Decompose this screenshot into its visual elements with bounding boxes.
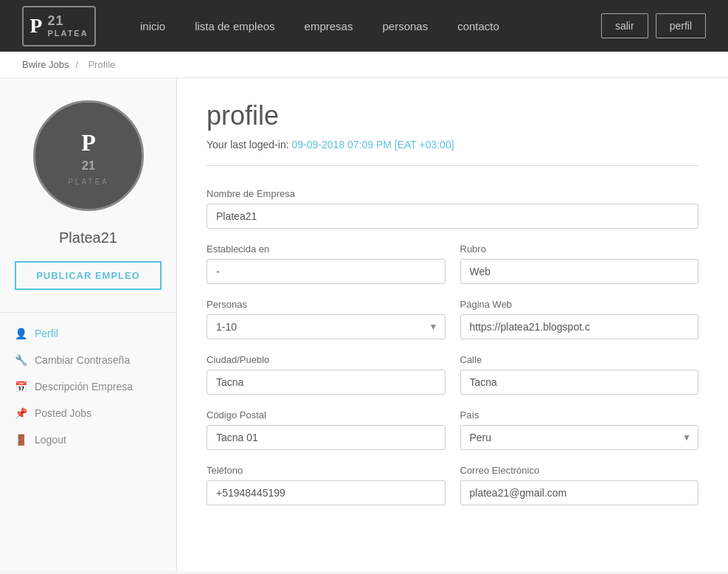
publish-job-button[interactable]: PUBLICAR EMPLEO (15, 261, 162, 290)
sidebar-divider (0, 312, 176, 313)
page-layout: P 21 PLATEA Platea21 PUBLICAR EMPLEO 👤 P… (0, 78, 728, 571)
pais-label: País (460, 409, 699, 421)
avatar-logo: P 21 PLATEA (44, 111, 133, 200)
pagina-label: Página Web (460, 299, 699, 310)
main-content: profile Your last loged-in: 09-09-2018 0… (177, 78, 728, 571)
key-icon: 🔧 (15, 354, 27, 366)
last-login-label: Your last loged-in: (207, 139, 289, 151)
pais-col: País Peru Bolivia Chile Colombia Ecuador… (460, 409, 699, 450)
last-login-value: 09-09-2018 07:09 PM [EAT +03:00] (291, 139, 454, 151)
pais-select[interactable]: Peru Bolivia Chile Colombia Ecuador (460, 425, 699, 450)
calle-col: Calle (460, 354, 699, 395)
ciudad-label: Ciudad/Pueblo (207, 354, 446, 365)
page-title: profile (207, 100, 698, 131)
ciudad-calle-row: Ciudad/Pueblo Calle (207, 354, 698, 395)
telefono-input[interactable] (207, 480, 446, 505)
personas-select[interactable]: 1-10 11-50 51-200 201-500 500+ (207, 314, 446, 339)
company-name: Platea21 (0, 226, 176, 261)
establecida-rubro-row: Establecida en Rubro (207, 243, 698, 284)
telefono-label: Teléfono (207, 465, 446, 476)
logo-21: 21 (47, 14, 88, 29)
ciudad-input[interactable] (207, 370, 446, 395)
calle-input[interactable] (460, 370, 699, 395)
establecida-label: Establecida en (207, 243, 446, 255)
codigo-pais-row: Código Postal País Peru Bolivia Chile Co… (207, 409, 698, 450)
sidebar-item-jobs[interactable]: 📌 Posted Jobs (0, 400, 176, 426)
nav-personas[interactable]: personas (382, 20, 428, 32)
sidebar-label-empresa: Descripción Empresa (35, 381, 133, 393)
ciudad-col: Ciudad/Pueblo (207, 354, 446, 395)
breadcrumb-home[interactable]: Bwire Jobs (22, 59, 69, 70)
logout-icon: 🚪 (15, 434, 27, 446)
logo-platea: PLATEA (47, 29, 88, 38)
navbar: P 21 PLATEA inicio lista de empleos empr… (0, 0, 728, 52)
nombre-label: Nombre de Empresa (207, 188, 698, 199)
personas-pagina-row: Personas 1-10 11-50 51-200 201-500 500+ … (207, 299, 698, 339)
last-login: Your last loged-in: 09-09-2018 07:09 PM … (207, 139, 698, 151)
breadcrumb-current: Profile (88, 59, 115, 70)
establecida-input[interactable] (207, 259, 446, 284)
salir-button[interactable]: salir (601, 13, 648, 38)
breadcrumb: Bwire Jobs / Profile (0, 52, 728, 78)
publish-btn-container: PUBLICAR EMPLEO (0, 261, 176, 305)
user-icon: 👤 (15, 328, 27, 339)
personas-select-wrapper: 1-10 11-50 51-200 201-500 500+ ▼ (207, 314, 446, 339)
personas-label: Personas (207, 299, 446, 310)
correo-col: Correo Electrónico (460, 465, 699, 505)
nav-empresas[interactable]: empresas (305, 20, 353, 32)
pagina-input[interactable] (460, 314, 699, 339)
nav-inicio[interactable]: inicio (140, 20, 165, 32)
avatar-container: P 21 PLATEA (0, 93, 176, 226)
avatar: P 21 PLATEA (33, 100, 144, 211)
sidebar-item-logout[interactable]: 🚪 Logout (0, 426, 176, 453)
svg-text:21: 21 (82, 159, 95, 172)
sidebar-label-jobs: Posted Jobs (35, 407, 91, 419)
sidebar-label-perfil: Perfil (35, 328, 58, 339)
nombre-input[interactable] (207, 204, 698, 229)
bookmark-icon: 📌 (15, 407, 27, 419)
nav-lista[interactable]: lista de empleos (195, 20, 274, 32)
nav-buttons: salir perfil (601, 13, 706, 38)
rubro-col: Rubro (460, 243, 699, 284)
codigo-input[interactable] (207, 425, 446, 450)
sidebar-label-logout: Logout (35, 434, 66, 446)
telefono-correo-row: Teléfono Correo Electrónico (207, 465, 698, 505)
svg-text:PLATEA: PLATEA (68, 178, 109, 186)
codigo-col: Código Postal (207, 409, 446, 450)
form-divider (207, 165, 698, 166)
correo-label: Correo Electrónico (460, 465, 699, 476)
sidebar-item-password[interactable]: 🔧 Cambiar Contraseña (0, 347, 176, 373)
telefono-col: Teléfono (207, 465, 446, 505)
calle-label: Calle (460, 354, 699, 365)
sidebar-label-password: Cambiar Contraseña (35, 354, 130, 366)
correo-input[interactable] (460, 480, 699, 505)
nombre-group: Nombre de Empresa (207, 188, 698, 229)
logo: P 21 PLATEA (22, 6, 96, 46)
pagina-col: Página Web (460, 299, 699, 339)
sidebar: P 21 PLATEA Platea21 PUBLICAR EMPLEO 👤 P… (0, 78, 177, 571)
pais-select-wrapper: Peru Bolivia Chile Colombia Ecuador ▼ (460, 425, 699, 450)
breadcrumb-separator: / (75, 59, 78, 70)
nav-links: inicio lista de empleos empresas persona… (140, 20, 601, 32)
rubro-input[interactable] (460, 259, 699, 284)
briefcase-icon: 📅 (15, 381, 27, 393)
perfil-button[interactable]: perfil (656, 13, 706, 38)
sidebar-item-empresa[interactable]: 📅 Descripción Empresa (0, 373, 176, 400)
establecida-col: Establecida en (207, 243, 446, 284)
personas-col: Personas 1-10 11-50 51-200 201-500 500+ … (207, 299, 446, 339)
logo-p: P (30, 14, 43, 38)
rubro-label: Rubro (460, 243, 699, 255)
nav-contacto[interactable]: contacto (457, 20, 499, 32)
codigo-label: Código Postal (207, 409, 446, 421)
sidebar-item-perfil[interactable]: 👤 Perfil (0, 320, 176, 347)
svg-text:P: P (81, 129, 96, 156)
